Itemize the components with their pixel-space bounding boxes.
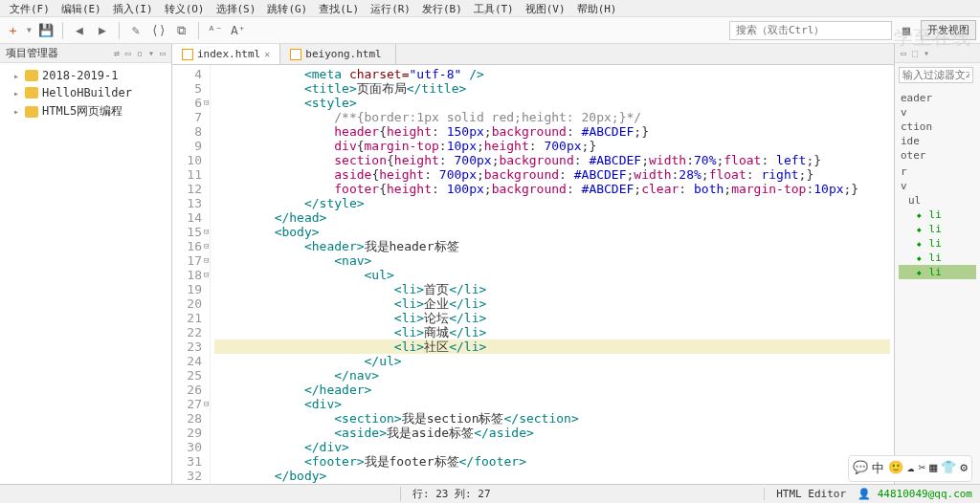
outline-item[interactable]: ⬥ li [899,251,976,265]
outline-item[interactable]: v [899,179,976,193]
grid2-icon[interactable]: ▦ [929,460,937,477]
tab[interactable]: index.html ✕ [172,44,280,64]
cut-icon[interactable]: ✂ [919,460,926,477]
save-icon[interactable]: 💾 [37,22,55,39]
menu-item[interactable]: 转义(O) [159,0,211,16]
gear-icon[interactable]: ⚙ [960,460,968,477]
outline-item[interactable]: ction [899,120,976,134]
font-inc-icon[interactable]: A⁺ [230,22,247,39]
outline-item[interactable]: oter [899,148,976,163]
outline-tools[interactable]: ▭ ⬚ ▾ [901,48,929,58]
tree-item[interactable]: 2018-2019-1 [4,67,167,84]
outline-tree: eadervctionideoterrvul⬥ li⬥ li⬥ li⬥ li⬥ … [895,87,980,283]
font-dec-icon[interactable]: ᴬ⁻ [207,22,224,39]
pencil-icon[interactable]: ✎ [127,22,145,39]
dev-view-button[interactable]: 开发视图 [921,20,976,40]
cn-icon[interactable]: 中 [872,460,884,477]
editor: index.html ✕beiyong.html 456789101112131… [172,44,894,484]
editor-mode: HTML Editor [764,488,858,500]
outline-item[interactable]: ul [899,193,976,208]
menu-item[interactable]: 查找(L) [313,0,365,16]
code-area[interactable]: 4567891011121314151617181920212223242526… [172,65,894,484]
shirt-icon[interactable]: 👕 [941,460,956,477]
tree-item[interactable]: HTML5网页编程 [4,101,167,121]
copy-icon[interactable]: ⧉ [173,22,190,39]
search-input[interactable] [729,21,892,40]
menu-item[interactable]: 文件(F) [4,0,56,16]
outline-item[interactable]: ⬥ li [899,208,976,222]
menu-item[interactable]: 运行(R) [365,0,416,16]
grid-icon[interactable]: ▦ [898,22,915,39]
menu-item[interactable]: 编辑(E) [56,0,107,16]
menu-item[interactable]: 跳转(G) [261,0,313,16]
tab[interactable]: beiyong.html [280,44,395,64]
outline-item[interactable]: ⬥ li [899,236,976,251]
outline-item[interactable]: r [899,164,976,179]
menu-item[interactable]: 选择(S) [211,0,262,16]
menu-item[interactable]: 视图(V) [520,0,571,16]
tag-icon[interactable]: ⟨⟩ [150,22,167,39]
outline-item[interactable]: v [899,105,976,120]
outline-panel: ▭ ⬚ ▾ eadervctionideoterrvul⬥ li⬥ li⬥ li… [894,44,980,484]
panel-tools[interactable]: ⇄ ▭ ▫ ▾ ▭ [114,48,166,58]
emoji-icon[interactable]: 🙂 [888,460,903,477]
cursor-pos: 行: 23 列: 27 [400,487,502,501]
float-toolbar: 💬 中 🙂 ☁ ✂ ▦ 👕 ⚙ [848,455,972,482]
outline-item[interactable]: ide [899,134,976,148]
panel-title: 项目管理器 [6,46,58,60]
toolbar: ＋▼ 💾 ◀ ▶ ✎ ⟨⟩ ⧉ ᴬ⁻ A⁺ ▦ 开发视图 [0,17,980,44]
back-icon[interactable]: ◀ [71,22,88,39]
chat-icon[interactable]: 💬 [853,460,868,477]
menubar: 文件(F)编辑(E)插入(I)转义(O)选择(S)跳转(G)查找(L)运行(R)… [0,0,980,17]
filter-input[interactable] [899,67,973,83]
code-lines[interactable]: <meta charset="utf-8" /> <title>页面布局</ti… [211,65,894,484]
menu-item[interactable]: 插入(I) [107,0,159,16]
status-bar: 行: 23 列: 27 HTML Editor 👤 44810049@qq.co… [0,484,980,503]
project-tree: 2018-2019-1HelloHBuilderHTML5网页编程 [0,63,171,125]
new-icon[interactable]: ＋ [4,22,21,39]
menu-item[interactable]: 帮助(H) [571,0,623,16]
outline-item[interactable]: eader [899,91,976,105]
outline-item[interactable]: ⬥ li [899,222,976,236]
gutter: 4567891011121314151617181920212223242526… [172,65,211,484]
menu-item[interactable]: 发行(B) [416,0,468,16]
project-panel: 项目管理器 ⇄ ▭ ▫ ▾ ▭ 2018-2019-1HelloHBuilder… [0,44,172,484]
fwd-icon[interactable]: ▶ [94,22,111,39]
outline-item[interactable]: ⬥ li [899,265,976,279]
tab-bar: index.html ✕beiyong.html [172,44,894,65]
menu-item[interactable]: 工具(T) [468,0,520,16]
tree-item[interactable]: HelloHBuilder [4,84,167,101]
cloud-icon[interactable]: ☁ [907,460,915,477]
user-link[interactable]: 👤 44810049@qq.com [858,488,972,500]
